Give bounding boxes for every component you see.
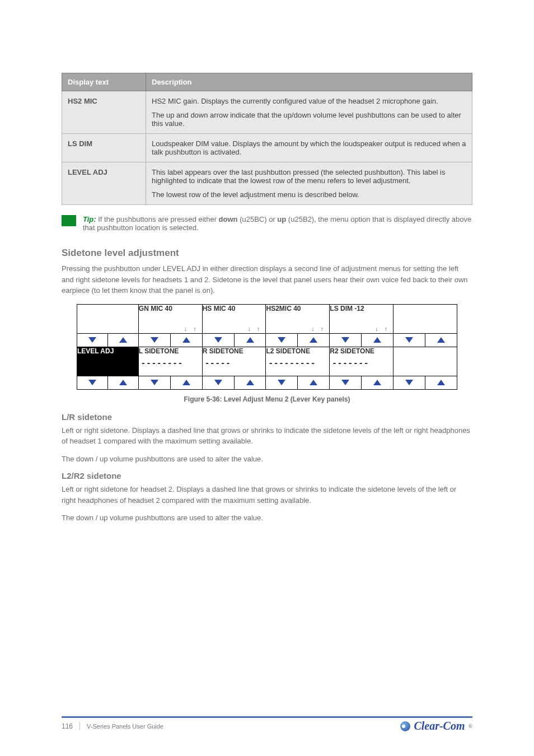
diag-cell-blank: [394, 347, 457, 376]
up-arrow-icon: [246, 337, 254, 343]
brand-text: Clear-Com: [414, 720, 465, 732]
arrow-cell: [266, 333, 330, 347]
diag-cell-leveladj: LEVEL ADJ: [77, 347, 139, 376]
arrow-cell: [202, 376, 266, 389]
down-arrow-icon: [341, 380, 349, 385]
th-display-text: Display text: [62, 73, 146, 91]
slider-bar: --------: [139, 355, 202, 368]
slider-bar: -----: [203, 355, 266, 368]
diag-cell-hs2mic: HS2MIC 40 ↓ ↑: [266, 304, 330, 333]
down-arrow-icon: [214, 380, 222, 385]
arrow-cell: [266, 376, 330, 389]
down-arrow-icon: [88, 380, 96, 385]
tip-label: Tip:: [83, 215, 96, 223]
tip-text: Tip: If the pushbuttons are pressed eith…: [83, 215, 472, 232]
slider-bar: ---------: [266, 355, 329, 368]
arrow-cell: [138, 376, 202, 389]
down-arrow-icon: [405, 337, 413, 343]
range-icon: ↓ ↑: [311, 325, 326, 332]
diag-cell-lsidetone: L SIDETONE --------: [138, 347, 202, 376]
range-icon: ↓ ↑: [375, 325, 390, 332]
row-desc: This label appears over the last pushbut…: [146, 162, 472, 205]
row-desc: HS2 MIC gain. Displays the currently con…: [146, 91, 472, 134]
diag-cell-blank: [394, 304, 457, 333]
down-arrow-icon: [88, 337, 96, 343]
logo-icon: [400, 721, 410, 731]
row-label: HS2 MIC: [62, 91, 146, 134]
diag-cell-l2sidetone: L2 SIDETONE ---------: [266, 347, 330, 376]
diag-cell-gnmic: GN MIC 40 ↓ ↑: [138, 304, 202, 333]
page-number: 116: [62, 722, 80, 730]
footer-rule: [62, 716, 472, 718]
doc-title: V-Series Panels User Guide: [87, 723, 163, 730]
up-arrow-icon: [373, 380, 381, 385]
diag-cell-r2sidetone: R2 SIDETONE -------: [330, 347, 394, 376]
up-arrow-icon: [119, 380, 127, 385]
diag-cell-rsidetone: R SIDETONE -----: [202, 347, 266, 376]
range-icon: ↓ ↑: [184, 325, 199, 332]
diag-cell-blank: [77, 304, 139, 333]
down-arrow-icon: [341, 337, 349, 343]
heading-lr-sidetone: L/R sidetone: [62, 412, 472, 422]
arrow-cell: [330, 376, 394, 389]
paragraph: Left or right sidetone. Displays a dashe…: [62, 425, 472, 447]
up-arrow-icon: [437, 380, 445, 385]
down-arrow-icon: [151, 337, 158, 343]
heading-sidetone-adjust: Sidetone level adjustment: [62, 248, 472, 259]
arrow-cell: [330, 333, 394, 347]
down-arrow-icon: [278, 380, 285, 385]
table-row: LS DIM Loudspeaker DIM value. Displays t…: [62, 134, 472, 162]
paragraph: Pressing the pushbutton under LEVEL ADJ …: [62, 263, 472, 296]
arrow-cell: [77, 333, 139, 347]
range-icon: ↓ ↑: [247, 325, 262, 332]
row-desc: Loudspeaker DIM value. Displays the amou…: [146, 134, 472, 162]
level-adjust-diagram: GN MIC 40 ↓ ↑ HS MIC 40 ↓ ↑ HS2MIC 40 ↓ …: [77, 304, 457, 390]
slider-bar: -------: [330, 355, 393, 368]
arrow-cell: [394, 333, 457, 347]
brand-logo: Clear-Com ®: [400, 720, 472, 732]
registered-mark: ®: [469, 723, 472, 729]
paragraph: The down / up volume pushbuttons are use…: [62, 512, 472, 524]
diag-cell-hsmic: HS MIC 40 ↓ ↑: [202, 304, 266, 333]
page-content: Display text Description HS2 MIC HS2 MIC…: [0, 0, 534, 524]
description-table: Display text Description HS2 MIC HS2 MIC…: [62, 73, 472, 205]
tip-icon: [62, 215, 76, 226]
up-arrow-icon: [182, 380, 190, 385]
down-arrow-icon: [214, 337, 222, 343]
down-arrow-icon: [405, 380, 413, 385]
up-arrow-icon: [119, 337, 127, 343]
page-footer: 116 V-Series Panels User Guide Clear-Com…: [62, 716, 472, 732]
arrow-cell: [77, 376, 139, 389]
up-arrow-icon: [182, 337, 190, 343]
heading-l2r2-sidetone: L2/R2 sidetone: [62, 471, 472, 480]
diag-cell-lsdim: LS DIM -12 ↓ ↑: [330, 304, 394, 333]
up-arrow-icon: [310, 337, 317, 343]
arrow-cell: [138, 333, 202, 347]
up-arrow-icon: [310, 380, 317, 385]
down-arrow-icon: [151, 380, 158, 385]
up-arrow-icon: [373, 337, 381, 343]
tip-callout: Tip: If the pushbuttons are pressed eith…: [62, 215, 472, 232]
arrow-cell: [202, 333, 266, 347]
paragraph: The down / up volume pushbuttons are use…: [62, 454, 472, 465]
up-arrow-icon: [246, 380, 254, 385]
table-row: LEVEL ADJ This label appears over the la…: [62, 162, 472, 205]
arrow-cell: [394, 376, 457, 389]
row-label: LS DIM: [62, 134, 146, 162]
figure-caption: Figure 5-36: Level Adjust Menu 2 (Lever …: [62, 395, 472, 403]
table-row: HS2 MIC HS2 MIC gain. Displays the curre…: [62, 91, 472, 134]
th-description: Description: [146, 73, 472, 91]
up-arrow-icon: [437, 337, 445, 343]
row-label: LEVEL ADJ: [62, 162, 146, 205]
paragraph: Left or right sidetone for headset 2. Di…: [62, 484, 472, 506]
down-arrow-icon: [278, 337, 285, 343]
